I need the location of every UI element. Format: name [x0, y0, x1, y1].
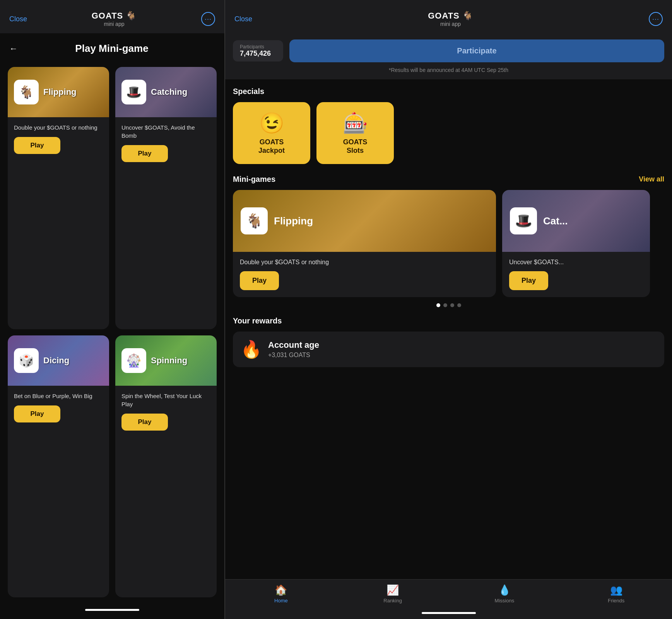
mini-game-image-flipping: 🐐 Flipping	[233, 190, 496, 252]
participate-section: Participants 7,475,426 Participate *Resu…	[225, 33, 672, 79]
mini-game-desc-catching: Uncover $GOATS...	[509, 259, 643, 266]
reward-card-account-age: 🔥 Account age +3,031 GOATS	[233, 332, 664, 367]
game-card-body-dicing: Bet on Blue or Purple, Win Big Play	[8, 386, 109, 598]
rewards-section: Your rewards 🔥 Account age +3,031 GOATS	[233, 316, 664, 367]
participate-row: Participants 7,475,426 Participate	[233, 39, 664, 62]
game-card-body-spinning: Spin the Wheel, Test Your Luck Play Play	[115, 386, 217, 598]
games-grid: 🐐 Flipping Double your $GOATS or nothing…	[0, 61, 224, 604]
friends-icon: 👥	[610, 584, 622, 596]
bottom-nav: 🏠 Home 📈 Ranking 💧 Missions 👥 Friends	[225, 579, 672, 607]
mini-game-body-catching: Uncover $GOATS... Play	[502, 252, 650, 297]
game-name-spinning: Spinning	[151, 356, 187, 366]
game-image-catching: 🎩 Catching	[115, 67, 217, 117]
fire-icon: 🔥	[241, 339, 262, 359]
mini-game-desc-flipping: Double your $GOATS or nothing	[240, 259, 489, 266]
ellipsis-icon-right: ···	[652, 15, 659, 23]
dot-4	[457, 303, 461, 307]
mini-games-header: Mini-games View all	[233, 175, 664, 184]
dot-3	[450, 303, 454, 307]
game-name-catching: Catching	[151, 87, 187, 97]
right-bottom-bar	[225, 607, 672, 619]
nav-ranking[interactable]: 📈 Ranking	[337, 584, 449, 604]
left-close-button[interactable]: Close	[9, 15, 27, 23]
participants-box: Participants 7,475,426	[233, 40, 283, 62]
nav-home-label: Home	[274, 598, 288, 604]
right-app-title: GOATS 🐐	[428, 11, 473, 21]
game-desc-spinning: Spin the Wheel, Test Your Luck Play	[121, 392, 210, 408]
view-all-button[interactable]: View all	[639, 175, 664, 183]
mini-play-button-flipping[interactable]: Play	[240, 271, 279, 290]
reward-title: Account age	[268, 340, 319, 350]
play-button-dicing[interactable]: Play	[14, 405, 60, 422]
play-button-flipping[interactable]: Play	[14, 137, 60, 154]
right-app-title-group: GOATS 🐐 mini app	[428, 11, 473, 27]
game-desc-flipping: Double your $GOATS or nothing	[14, 123, 103, 132]
mini-game-avatar-catching: 🎩	[510, 207, 537, 234]
participants-label: Participants	[240, 44, 276, 50]
mini-game-body-flipping: Double your $GOATS or nothing Play	[233, 252, 496, 297]
mini-game-card-flipping[interactable]: 🐐 Flipping Double your $GOATS or nothing…	[233, 190, 496, 297]
game-avatar-catching: 🎩	[121, 80, 146, 104]
back-button[interactable]: ←	[9, 44, 18, 54]
right-panel: Close GOATS 🐐 mini app ··· Participants …	[225, 0, 672, 619]
goat-icon-left: 🐐	[126, 11, 137, 21]
game-name-dicing: Dicing	[43, 356, 69, 366]
page-title: Play Mini-game	[24, 43, 200, 55]
home-indicator-left	[85, 609, 139, 611]
left-panel: Close GOATS 🐐 mini app ··· ← Play Mini-g…	[0, 0, 224, 619]
left-top-bar: Close GOATS 🐐 mini app ···	[0, 0, 224, 33]
game-image-dicing: 🎲 Dicing	[8, 335, 109, 386]
mini-games-title: Mini-games	[233, 175, 275, 184]
jackpot-name: GOATSJackpot	[258, 138, 285, 155]
missions-icon: 💧	[498, 584, 511, 596]
specials-title: Specials	[233, 87, 664, 96]
nav-missions-label: Missions	[495, 598, 515, 604]
game-card-flipping[interactable]: 🐐 Flipping Double your $GOATS or nothing…	[8, 67, 109, 329]
game-card-catching[interactable]: 🎩 Catching Uncover $GOATS, Avoid the Bom…	[115, 67, 217, 329]
results-notice: *Results will be announced at 4AM UTC Se…	[233, 67, 664, 73]
left-app-subtitle: mini app	[92, 21, 137, 27]
dot-1	[436, 303, 440, 307]
page-header: ← Play Mini-game	[0, 33, 224, 61]
game-image-spinning: 🎡 Spinning	[115, 335, 217, 386]
left-bottom-bar	[0, 604, 224, 619]
nav-friends-label: Friends	[608, 598, 624, 604]
game-card-spinning[interactable]: 🎡 Spinning Spin the Wheel, Test Your Luc…	[115, 335, 217, 598]
game-card-dicing[interactable]: 🎲 Dicing Bet on Blue or Purple, Win Big …	[8, 335, 109, 598]
game-avatar-flipping: 🐐	[14, 80, 39, 104]
specials-grid: 😉 GOATSJackpot 🎰 GOATSSlots	[233, 102, 664, 164]
mini-game-card-catching[interactable]: 🎩 Cat... Uncover $GOATS... Play	[502, 190, 650, 297]
ellipsis-icon-left: ···	[205, 15, 212, 23]
right-menu-button[interactable]: ···	[649, 12, 663, 26]
special-card-jackpot[interactable]: 😉 GOATSJackpot	[233, 102, 310, 164]
game-desc-catching: Uncover $GOATS, Avoid the Bomb	[121, 123, 210, 140]
play-button-spinning[interactable]: Play	[121, 414, 168, 431]
reward-info: Account age +3,031 GOATS	[268, 340, 319, 359]
slots-icon: 🎰	[343, 111, 368, 135]
game-image-flipping: 🐐 Flipping	[8, 67, 109, 117]
left-app-title-group: GOATS 🐐 mini app	[92, 11, 137, 27]
left-app-title: GOATS 🐐	[92, 11, 137, 21]
home-indicator-right	[422, 612, 476, 614]
game-name-flipping: Flipping	[43, 87, 77, 97]
reward-amount: +3,031 GOATS	[268, 352, 319, 359]
mini-game-name-catching: Cat...	[543, 215, 568, 227]
right-close-button[interactable]: Close	[234, 15, 252, 23]
right-app-subtitle: mini app	[428, 21, 473, 27]
goat-icon-right: 🐐	[462, 11, 473, 21]
nav-home[interactable]: 🏠 Home	[225, 584, 337, 604]
ranking-icon: 📈	[386, 584, 399, 596]
mini-game-image-catching: 🎩 Cat...	[502, 190, 650, 252]
nav-missions[interactable]: 💧 Missions	[449, 584, 561, 604]
participate-button[interactable]: Participate	[289, 39, 664, 62]
mini-games-carousel: 🐐 Flipping Double your $GOATS or nothing…	[233, 190, 664, 297]
mini-game-name-flipping: Flipping	[274, 215, 313, 227]
left-menu-button[interactable]: ···	[201, 12, 215, 26]
nav-friends[interactable]: 👥 Friends	[560, 584, 672, 604]
game-card-body-flipping: Double your $GOATS or nothing Play	[8, 117, 109, 329]
play-button-catching[interactable]: Play	[121, 145, 168, 162]
right-content: Specials 😉 GOATSJackpot 🎰 GOATSSlots Min…	[225, 79, 672, 579]
special-card-slots[interactable]: 🎰 GOATSSlots	[316, 102, 394, 164]
rewards-title: Your rewards	[233, 316, 664, 325]
mini-play-button-catching[interactable]: Play	[509, 271, 548, 290]
